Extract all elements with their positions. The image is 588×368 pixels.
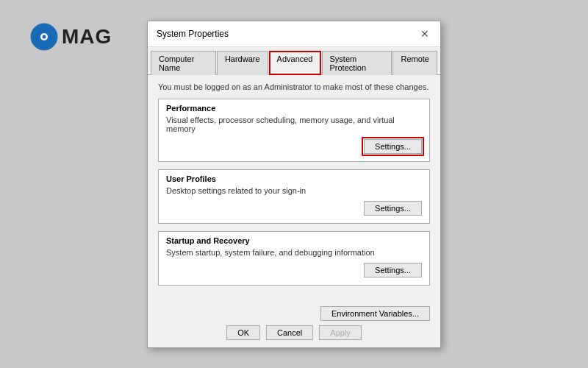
user-profiles-section: User Profiles Desktop settings related t…: [158, 169, 430, 224]
svg-point-2: [43, 35, 46, 39]
startup-recovery-section: Startup and Recovery System startup, sys…: [158, 231, 430, 286]
user-profiles-title: User Profiles: [166, 174, 422, 183]
cancel-button[interactable]: Cancel: [266, 325, 313, 340]
title-bar: System Properties ✕: [148, 21, 440, 47]
tab-remote[interactable]: Remote: [392, 51, 437, 75]
tabs-container: Computer Name Hardware Advanced System P…: [148, 47, 440, 75]
performance-desc: Visual effects, processor scheduling, me…: [166, 116, 422, 133]
env-variables-row: Environment Variables...: [158, 306, 430, 321]
startup-recovery-settings-button[interactable]: Settings...: [364, 263, 422, 277]
startup-recovery-title: Startup and Recovery: [166, 236, 422, 245]
bottom-bar: Environment Variables... OK Cancel Apply: [148, 300, 440, 347]
performance-title: Performance: [166, 104, 422, 113]
startup-recovery-desc: System startup, system failure, and debu…: [166, 248, 422, 257]
dialog-title: System Properties: [157, 29, 229, 39]
startup-recovery-btn-row: Settings...: [166, 263, 422, 277]
user-profiles-settings-button[interactable]: Settings...: [364, 201, 422, 216]
performance-btn-row: Settings...: [166, 139, 422, 154]
user-profiles-btn-row: Settings...: [166, 201, 422, 216]
performance-settings-button[interactable]: Settings...: [364, 139, 422, 154]
tab-hardware[interactable]: Hardware: [217, 51, 268, 75]
tab-system-protection[interactable]: System Protection: [322, 51, 392, 75]
user-profiles-desc: Desktop settings related to your sign-in: [166, 186, 422, 195]
tab-advanced[interactable]: Advanced: [269, 51, 321, 75]
tab-computer-name[interactable]: Computer Name: [151, 51, 216, 75]
logo: MAG: [29, 22, 112, 52]
ok-button[interactable]: OK: [226, 325, 260, 340]
close-button[interactable]: ✕: [418, 27, 431, 40]
info-text: You must be logged on as an Administrato…: [158, 82, 430, 91]
logo-icon: [29, 22, 59, 52]
system-properties-dialog: System Properties ✕ Computer Name Hardwa…: [147, 21, 441, 348]
logo-text: MAG: [62, 25, 112, 49]
performance-section: Performance Visual effects, processor sc…: [158, 99, 430, 162]
apply-button[interactable]: Apply: [319, 325, 362, 340]
tab-content: You must be logged on as an Administrato…: [148, 75, 440, 300]
action-buttons-row: OK Cancel Apply: [158, 325, 430, 340]
environment-variables-button[interactable]: Environment Variables...: [320, 306, 430, 321]
